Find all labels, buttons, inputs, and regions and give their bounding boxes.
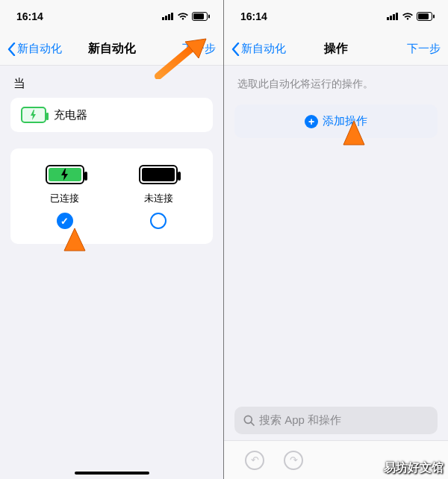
next-button[interactable]: 下一步 xyxy=(182,42,216,56)
svg-line-15 xyxy=(251,422,254,425)
radio-connected[interactable] xyxy=(57,213,73,229)
back-label: 新自动化 xyxy=(17,42,62,56)
svg-rect-12 xyxy=(418,13,429,19)
charger-icon xyxy=(21,107,46,123)
option-connected-label: 已连接 xyxy=(50,192,79,205)
watermark: 易坊好文馆 xyxy=(384,460,444,476)
status-right xyxy=(387,12,435,21)
redo-button[interactable]: ↷ xyxy=(284,451,303,470)
undo-button[interactable]: ↶ xyxy=(245,451,264,470)
chevron-left-icon xyxy=(231,43,240,56)
option-disconnected[interactable]: 未连接 xyxy=(112,165,206,229)
search-input[interactable]: 搜索 App 和操作 xyxy=(234,407,438,434)
wifi-icon xyxy=(402,12,414,21)
add-action-label: 添加操作 xyxy=(323,114,367,128)
phone-left: 16:14 新自动化 新自动化 下一步 当 充电器 xyxy=(0,0,224,479)
svg-rect-3 xyxy=(171,13,173,20)
status-time: 16:14 xyxy=(240,10,267,22)
back-button[interactable]: 新自动化 xyxy=(7,42,62,56)
chevron-left-icon xyxy=(7,43,16,56)
signal-icon xyxy=(387,13,399,20)
hint-text: 选取此自动化将运行的操作。 xyxy=(237,78,435,91)
phone-right: 16:14 新自动化 操作 下一步 选取此自动化将运行的操作。 + 添加操作 xyxy=(224,0,448,479)
next-button[interactable]: 下一步 xyxy=(407,42,441,56)
section-label-when: 当 xyxy=(13,76,210,92)
content-area: 选取此自动化将运行的操作。 + 添加操作 搜索 App 和操作 xyxy=(224,66,448,479)
svg-rect-5 xyxy=(193,13,204,19)
options-card: 已连接 未连接 xyxy=(10,148,213,244)
nav-bar: 新自动化 操作 下一步 xyxy=(224,33,448,66)
trigger-label: 充电器 xyxy=(54,108,87,122)
svg-rect-10 xyxy=(396,13,398,20)
back-label: 新自动化 xyxy=(241,42,286,56)
option-connected[interactable]: 已连接 xyxy=(18,165,112,229)
svg-rect-1 xyxy=(165,16,167,20)
wifi-icon xyxy=(177,12,189,21)
svg-rect-9 xyxy=(393,14,395,20)
svg-rect-0 xyxy=(162,17,164,20)
svg-rect-6 xyxy=(208,15,210,19)
status-bar: 16:14 xyxy=(224,0,448,33)
radio-disconnected[interactable] xyxy=(150,213,167,229)
battery-connected-icon xyxy=(46,165,84,184)
trigger-card-charger[interactable]: 充电器 xyxy=(10,98,213,132)
back-button[interactable]: 新自动化 xyxy=(231,42,286,56)
signal-icon xyxy=(162,13,174,20)
battery-icon xyxy=(192,12,210,21)
svg-rect-2 xyxy=(168,14,170,20)
battery-icon xyxy=(417,12,435,21)
nav-bar: 新自动化 新自动化 下一步 xyxy=(0,33,223,66)
home-indicator xyxy=(75,472,149,475)
option-disconnected-label: 未连接 xyxy=(144,192,173,205)
svg-rect-13 xyxy=(433,15,435,19)
search-icon xyxy=(243,415,255,426)
svg-rect-7 xyxy=(387,17,389,20)
svg-rect-8 xyxy=(390,16,392,20)
battery-disconnected-icon xyxy=(139,165,178,184)
add-action-button[interactable]: + 添加操作 xyxy=(234,104,438,138)
content-area: 当 充电器 已连接 未连 xyxy=(0,66,223,479)
status-time: 16:14 xyxy=(16,10,43,22)
status-bar: 16:14 xyxy=(0,0,223,33)
plus-icon: + xyxy=(305,115,318,128)
search-placeholder: 搜索 App 和操作 xyxy=(259,413,341,428)
status-right xyxy=(162,12,210,21)
